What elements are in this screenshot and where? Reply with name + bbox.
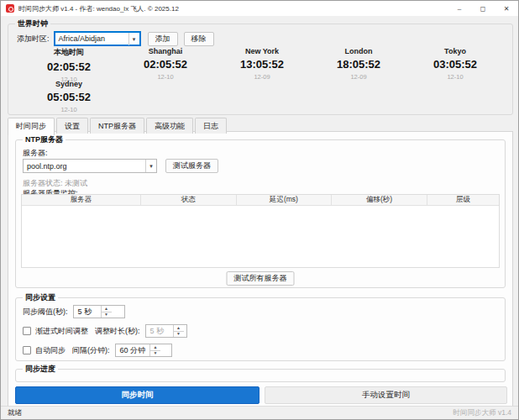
chevron-down-icon: ▾: [145, 160, 156, 172]
clock-date: 12-09: [212, 73, 312, 81]
clock-item-sydney: Sydney 05:05:52 12-10: [18, 80, 119, 113]
clock-name: Sydney: [18, 80, 119, 88]
ntp-server-group: NTP服务器 服务器: pool.ntp.org ▾ 测试服务器 服务器状态: …: [15, 139, 506, 288]
arrow-down-icon[interactable]: ▼: [102, 312, 112, 318]
auto-interval-label: 间隔(分钟):: [72, 345, 110, 356]
tab-settings[interactable]: 设置: [56, 118, 88, 134]
arrow-down-icon[interactable]: ▼: [174, 332, 184, 338]
timezone-select[interactable]: Africa/Abidjan ▾: [54, 31, 141, 46]
auto-sync-label: 自动同步: [35, 345, 66, 356]
status-bar: 就绪 时间同步大师 v1.4: [1, 406, 518, 419]
sync-progress-group: 同步进度: [15, 369, 506, 382]
manual-set-time-button[interactable]: 手动设置时间: [265, 386, 507, 404]
server-table-body: [22, 206, 499, 268]
clock-time: 02:05:52: [18, 60, 119, 73]
clock-name: New York: [212, 47, 312, 55]
tab-bar: 时间同步 设置 NTP服务器 高级功能 日志: [8, 118, 227, 134]
world-clock-group-title: 世界时钟: [15, 19, 50, 29]
sync-threshold-label: 同步阈值(秒):: [23, 307, 68, 318]
test-all-servers-button[interactable]: 测试所有服务器: [227, 271, 295, 286]
ntp-group-title: NTP服务器: [23, 135, 66, 144]
gradual-duration-label: 调整时长(秒):: [95, 326, 140, 337]
clock-time: 18:05:52: [308, 58, 409, 71]
clock-item-tokyo: Tokyo 03:05:52 12-10: [405, 47, 506, 81]
clock-time: 03:05:52: [405, 58, 506, 71]
add-timezone-button[interactable]: 添加: [148, 32, 178, 46]
status-bar-app-version: 时间同步大师 v1.4: [453, 408, 511, 418]
col-header-stratum[interactable]: 层级: [427, 195, 499, 205]
clock-item-london: London 18:05:52 12-09: [308, 47, 409, 81]
stepper-value: 5 秒: [146, 325, 173, 337]
sync-time-button[interactable]: 同步时间: [15, 386, 260, 404]
arrow-down-icon[interactable]: ▼: [150, 351, 160, 357]
add-timezone-label: 添加时区:: [17, 34, 50, 45]
tab-time-sync[interactable]: 时间同步: [8, 118, 55, 135]
clock-date: 12-10: [115, 73, 216, 81]
app-icon: [6, 4, 14, 13]
app-window: 时间同步大师 v1.4 - 作者: wendao_lx 飞人. © 2025.1…: [0, 0, 519, 420]
ntp-server-selected-value: pool.ntp.org: [24, 162, 145, 171]
stepper-value: 5 秒: [74, 306, 101, 318]
clock-item-local: 本地时间 02:05:52 12-10: [18, 47, 119, 83]
auto-interval-stepper[interactable]: 60 分钟 ▲▼: [115, 344, 172, 357]
clock-time: 02:05:52: [115, 58, 216, 71]
stepper-value: 60 分钟: [116, 344, 150, 356]
clock-item-shanghai: Shanghai 02:05:52 12-10: [115, 47, 216, 81]
tab-advanced[interactable]: 高级功能: [146, 118, 193, 134]
tab-log[interactable]: 日志: [195, 118, 227, 134]
clock-date: 12-09: [308, 73, 409, 81]
stepper-arrows[interactable]: ▲▼: [101, 306, 112, 318]
auto-sync-checkbox[interactable]: [23, 346, 31, 354]
clock-name: 本地时间: [18, 47, 119, 58]
close-button[interactable]: ✕: [495, 1, 518, 16]
status-text: 就绪: [8, 408, 22, 418]
clock-time: 05:05:52: [18, 91, 119, 103]
remove-timezone-button[interactable]: 移除: [184, 32, 214, 46]
clock-name: Tokyo: [405, 47, 506, 55]
col-header-offset[interactable]: 偏移(秒): [332, 195, 427, 205]
gradual-duration-stepper[interactable]: 5 秒 ▲▼: [145, 324, 187, 338]
sync-threshold-stepper[interactable]: 5 秒 ▲▼: [73, 305, 125, 318]
ntp-server-select[interactable]: pool.ntp.org ▾: [23, 159, 157, 173]
stepper-arrows[interactable]: ▲▼: [173, 325, 184, 337]
time-sync-panel: NTP服务器 服务器: pool.ntp.org ▾ 测试服务器 服务器状态: …: [8, 131, 513, 407]
maximize-button[interactable]: ◻: [471, 1, 495, 16]
gradual-adjust-checkbox[interactable]: [23, 327, 31, 335]
timezone-selected-value: Africa/Abidjan: [55, 34, 128, 43]
tab-ntp-server[interactable]: NTP服务器: [90, 118, 144, 134]
window-title: 时间同步大师 v1.4 - 作者: wendao_lx 飞人. © 2025.1…: [18, 4, 179, 13]
clock-name: Shanghai: [115, 47, 216, 55]
col-header-latency[interactable]: 延迟(ms): [237, 195, 333, 205]
clock-time: 13:05:52: [212, 58, 312, 71]
chevron-down-icon: ▾: [128, 33, 139, 45]
stepper-arrows[interactable]: ▲▼: [149, 344, 160, 356]
clock-name: London: [308, 47, 409, 55]
col-header-status[interactable]: 状态: [141, 195, 237, 205]
server-table-header: 服务器 状态 延迟(ms) 偏移(秒) 层级: [22, 195, 499, 206]
clock-date: 12-10: [405, 73, 506, 81]
window-controls: – ◻ ✕: [448, 1, 518, 16]
test-server-button[interactable]: 测试服务器: [165, 159, 218, 173]
server-label: 服务器:: [23, 148, 48, 159]
sync-progress-group-title: 同步进度: [23, 365, 58, 374]
clock-item-new-york: New York 13:05:52 12-09: [212, 47, 312, 81]
server-quality-table: 服务器 状态 延迟(ms) 偏移(秒) 层级: [21, 194, 500, 268]
sync-settings-group-title: 同步设置: [23, 293, 58, 302]
minimize-button[interactable]: –: [448, 1, 471, 16]
clock-date: 12-10: [18, 106, 119, 113]
sync-settings-group: 同步设置 同步阈值(秒): 5 秒 ▲▼ 渐进式时间调整 调整时长(秒): 5 …: [15, 297, 506, 361]
col-header-server[interactable]: 服务器: [22, 195, 141, 205]
world-clock-group: 世界时钟 添加时区: Africa/Abidjan ▾ 添加 移除 本地时间 0…: [8, 24, 513, 115]
gradual-adjust-label: 渐进式时间调整: [35, 326, 88, 337]
title-bar: 时间同步大师 v1.4 - 作者: wendao_lx 飞人. © 2025.1…: [1, 1, 518, 16]
